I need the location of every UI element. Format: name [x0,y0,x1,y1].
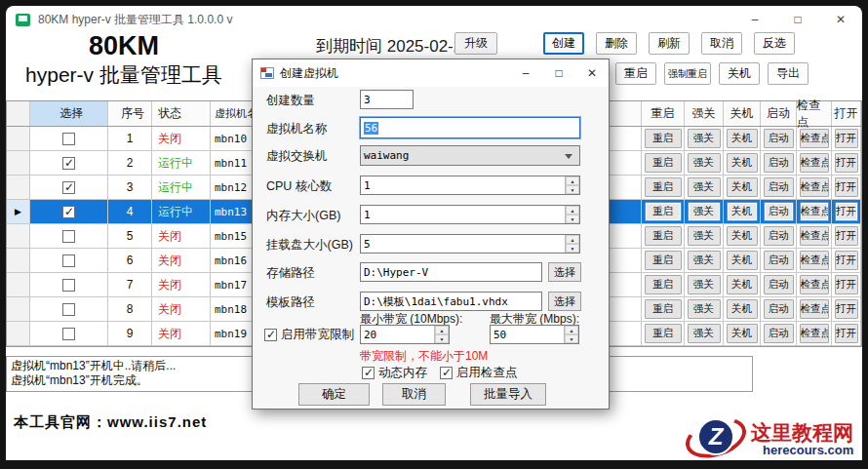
row-select-cell[interactable] [30,200,108,224]
header-restart[interactable]: 重启 [642,101,685,126]
close-button[interactable]: ✕ [819,6,862,33]
row-open-button[interactable]: 打开 [835,177,858,197]
row-shutdown-button[interactable]: 关机 [727,226,758,246]
row-restart-button[interactable]: 重启 [645,251,682,270]
row-restart-button[interactable]: 重启 [645,177,682,197]
max-bandwidth-stepper[interactable]: 50 ▲▼ [490,325,579,344]
row-restart-button[interactable]: 重启 [645,153,682,173]
row-force-off-button[interactable]: 强关 [688,129,721,148]
bandwidth-limit-option[interactable]: 启用带宽限制 [264,327,354,343]
upgrade-button[interactable]: 升级 [454,32,497,55]
row-open-button[interactable]: 打开 [835,324,858,343]
row-force-off-button[interactable]: 强关 [688,177,721,197]
row-select-cell[interactable] [30,273,108,297]
spin-up-icon[interactable]: ▲ [565,326,578,334]
row-restart-button[interactable]: 重启 [645,129,682,148]
row-checkbox[interactable] [62,230,75,243]
checkpoint-option[interactable]: 启用检查点 [440,365,518,381]
row-force-off-button[interactable]: 强关 [688,202,721,221]
row-shutdown-button[interactable]: 关机 [727,275,758,294]
header-start[interactable]: 启动 [761,101,797,126]
row-open-button[interactable]: 打开 [835,153,858,173]
row-shutdown-button[interactable]: 关机 [727,129,758,148]
row-start-button[interactable]: 启动 [764,251,794,270]
toolbar-button[interactable]: 重启 [615,62,656,85]
dynamic-memory-checkbox[interactable] [362,367,375,379]
toolbar-button[interactable]: 创建 [543,32,584,55]
spin-down-icon[interactable]: ▼ [566,185,579,194]
row-open-button[interactable]: 打开 [835,275,858,294]
disk-stepper[interactable]: 5 ▲▼ [360,234,580,254]
row-checkpoint-button[interactable]: 检查点 [800,153,829,173]
spin-up-icon[interactable]: ▲ [566,176,579,185]
toolbar-button[interactable]: 关机 [719,62,760,85]
header-open[interactable]: 打开 [832,101,861,126]
checkpoint-checkbox[interactable] [440,367,453,379]
row-open-button[interactable]: 打开 [835,299,858,319]
cpu-stepper[interactable]: 1 ▲▼ [360,176,580,195]
row-open-button[interactable]: 打开 [835,226,858,246]
virtual-switch-select[interactable]: waiwang [360,145,580,166]
toolbar-button[interactable]: 删除 [596,32,637,55]
row-select-cell[interactable] [30,176,108,200]
cancel-button[interactable]: 取消 [382,383,446,406]
row-start-button[interactable]: 启动 [764,324,794,343]
spin-down-icon[interactable]: ▼ [566,215,579,223]
row-select-cell[interactable] [30,151,108,176]
row-checkpoint-button[interactable]: 检查点 [800,129,829,148]
minimize-button[interactable]: – [733,6,776,33]
row-start-button[interactable]: 启动 [764,299,794,319]
row-start-button[interactable]: 启动 [764,275,794,294]
spin-down-icon[interactable]: ▼ [566,244,579,253]
row-start-button[interactable]: 启动 [764,226,794,246]
bandwidth-limit-checkbox[interactable] [264,329,277,341]
header-checkpoint[interactable]: 检查点 [797,101,832,126]
toolbar-button[interactable]: 取消 [701,32,742,55]
header-status[interactable]: 状态 [152,101,211,126]
maximize-button[interactable]: □ [776,6,819,33]
spin-down-icon[interactable]: ▼ [565,334,578,343]
spin-up-icon[interactable]: ▲ [566,235,579,244]
vm-name-input[interactable]: 56 [360,117,580,138]
dialog-close-button[interactable]: ✕ [575,59,609,87]
row-force-off-button[interactable]: 强关 [688,324,721,343]
row-restart-button[interactable]: 重启 [645,324,682,343]
row-checkbox[interactable] [62,279,75,292]
template-path-input[interactable] [360,292,542,311]
header-index[interactable]: 序号 [108,101,152,126]
row-select-cell[interactable] [30,127,108,151]
header-force-off[interactable]: 强关 [685,101,724,126]
memory-stepper[interactable]: 1 ▲▼ [360,205,580,224]
row-force-off-button[interactable]: 强关 [688,226,721,246]
row-shutdown-button[interactable]: 关机 [727,202,758,221]
count-input[interactable] [360,90,414,109]
row-start-button[interactable]: 启动 [764,153,794,173]
row-checkbox[interactable] [62,254,75,267]
dynamic-memory-option[interactable]: 动态内存 [362,365,427,381]
row-restart-button[interactable]: 重启 [645,226,682,246]
template-choose-button[interactable]: 选择 [548,292,581,311]
row-select-cell[interactable] [30,322,108,346]
row-shutdown-button[interactable]: 关机 [727,299,758,319]
row-open-button[interactable]: 打开 [835,251,858,270]
row-checkbox[interactable] [62,133,75,145]
row-checkpoint-button[interactable]: 检查点 [800,177,829,197]
row-start-button[interactable]: 启动 [764,129,794,148]
header-shutdown[interactable]: 关机 [724,101,761,126]
toolbar-button[interactable]: 导出 [768,62,809,85]
storage-choose-button[interactable]: 选择 [548,262,581,282]
dialog-maximize-button[interactable]: □ [542,59,575,87]
row-force-off-button[interactable]: 强关 [688,153,721,173]
row-select-cell[interactable] [30,249,108,273]
row-force-off-button[interactable]: 强关 [688,299,721,319]
row-checkbox[interactable] [62,181,75,194]
row-checkpoint-button[interactable]: 检查点 [800,226,829,246]
row-select-cell[interactable] [30,224,108,249]
row-checkpoint-button[interactable]: 检查点 [800,275,829,294]
row-shutdown-button[interactable]: 关机 [727,324,758,343]
row-shutdown-button[interactable]: 关机 [727,251,758,270]
ok-button[interactable]: 确定 [298,383,370,406]
row-shutdown-button[interactable]: 关机 [727,153,758,173]
row-checkpoint-button[interactable]: 检查点 [800,324,829,343]
row-checkpoint-button[interactable]: 检查点 [800,299,829,319]
